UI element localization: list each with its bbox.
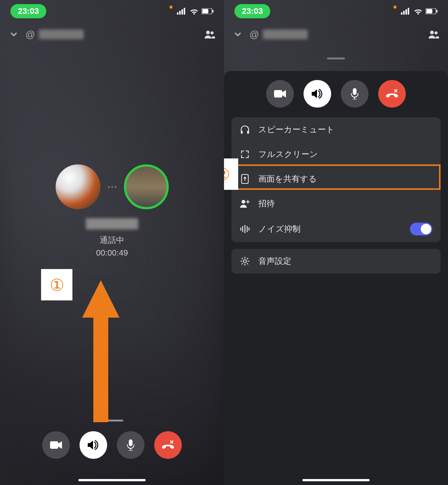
avatar-more-dots	[108, 186, 116, 188]
annotation-badge-2: ②	[224, 158, 238, 190]
svg-point-26	[243, 260, 246, 263]
call-header: @	[0, 25, 224, 43]
call-info: 通話中 00:00:49	[0, 218, 224, 258]
svg-rect-6	[212, 10, 214, 12]
svg-rect-23	[247, 131, 249, 134]
participant-name-blurred	[86, 218, 138, 229]
status-time: 23:03	[10, 4, 46, 18]
svg-rect-21	[353, 88, 357, 95]
action-sheet: スピーカーミュート フルスクリーン 画面を共有する 招待 ノイズ抑制	[224, 71, 448, 485]
status-icons	[393, 8, 438, 15]
home-indicator[interactable]	[302, 479, 370, 481]
status-time: 23:03	[234, 4, 270, 18]
channel-name-blurred	[39, 30, 84, 39]
svg-rect-12	[403, 11, 405, 15]
sheet-drag-handle[interactable]	[327, 58, 345, 59]
soundwave-icon	[240, 225, 250, 233]
share-screen-icon	[241, 174, 249, 184]
swipe-up-arrow-annotation	[82, 280, 119, 422]
noise-suppression-toggle[interactable]	[410, 223, 432, 235]
avatar	[56, 164, 100, 209]
channel-name-blurred	[263, 30, 308, 39]
participant-avatars	[0, 164, 224, 209]
call-duration: 00:00:49	[0, 248, 224, 258]
svg-rect-16	[426, 9, 432, 13]
svg-point-18	[430, 31, 434, 34]
fullscreen-icon	[240, 150, 249, 159]
avatar-speaking	[124, 164, 169, 209]
svg-point-7	[206, 31, 210, 34]
svg-rect-0	[177, 12, 178, 15]
svg-point-25	[242, 200, 245, 204]
speaker-icon	[312, 89, 323, 99]
menu-label: スピーカーミュート	[258, 124, 335, 135]
svg-rect-5	[202, 9, 208, 13]
menu-group-settings: 音声設定	[231, 249, 441, 274]
camera-icon	[274, 89, 286, 98]
menu-group-main: スピーカーミュート フルスクリーン 画面を共有する 招待 ノイズ抑制	[231, 117, 441, 242]
svg-rect-3	[184, 8, 185, 15]
wifi-icon	[414, 8, 423, 15]
speaker-button[interactable]	[80, 431, 107, 459]
menu-label: フルスクリーン	[258, 149, 318, 160]
svg-rect-10	[129, 439, 133, 446]
mic-button[interactable]	[117, 431, 144, 459]
menu-audio-settings[interactable]: 音声設定	[231, 249, 441, 274]
people-icon[interactable]	[428, 30, 439, 39]
cellular-icon	[401, 8, 411, 15]
headphones-icon	[240, 125, 250, 135]
menu-fullscreen[interactable]: フルスクリーン	[231, 142, 441, 167]
mic-icon	[127, 439, 135, 451]
status-bar: 23:03	[0, 0, 224, 22]
menu-label: 音声設定	[258, 256, 291, 267]
gear-icon	[240, 256, 250, 266]
invite-icon	[240, 199, 250, 208]
battery-icon	[426, 8, 438, 14]
battery-icon	[202, 8, 214, 14]
speaker-icon	[88, 440, 99, 450]
hangup-button[interactable]	[378, 80, 406, 108]
menu-speaker-mute[interactable]: スピーカーミュート	[231, 117, 441, 142]
camera-icon	[50, 441, 62, 450]
menu-label: 招待	[258, 198, 275, 209]
svg-rect-22	[241, 131, 243, 134]
people-icon[interactable]	[204, 30, 215, 39]
wifi-icon	[190, 8, 199, 15]
menu-label: 画面を共有する	[258, 173, 317, 185]
svg-point-8	[211, 31, 214, 34]
svg-rect-20	[274, 90, 282, 98]
svg-rect-11	[401, 12, 402, 15]
chevron-down-icon[interactable]	[233, 30, 243, 39]
menu-share-screen[interactable]: 画面を共有する	[231, 167, 441, 191]
menu-label: ノイズ抑制	[258, 223, 301, 235]
menu-noise-suppression[interactable]: ノイズ抑制	[231, 216, 441, 242]
menu-invite[interactable]: 招待	[231, 191, 441, 216]
at-symbol: @	[249, 29, 259, 40]
call-controls	[0, 431, 224, 459]
recording-dot-icon	[169, 6, 172, 9]
status-bar: 23:03	[224, 0, 448, 22]
camera-button[interactable]	[42, 431, 70, 459]
svg-rect-9	[50, 441, 58, 449]
camera-button[interactable]	[266, 80, 294, 108]
right-screenshot: 23:03 @	[224, 0, 448, 485]
mic-icon	[351, 88, 359, 99]
call-header: @	[224, 25, 448, 43]
hangup-icon	[386, 89, 398, 99]
svg-rect-14	[408, 8, 409, 15]
speaker-button[interactable]	[304, 80, 331, 108]
hangup-icon	[162, 440, 174, 450]
call-controls	[231, 80, 441, 108]
home-indicator[interactable]	[78, 479, 146, 481]
chevron-down-icon[interactable]	[9, 30, 19, 39]
left-screenshot: 23:03 @ 通話中 00:00:49 ①	[0, 0, 224, 485]
status-icons	[169, 8, 214, 15]
svg-rect-13	[405, 9, 407, 15]
at-symbol: @	[25, 29, 35, 40]
svg-rect-17	[436, 10, 438, 12]
hangup-button[interactable]	[154, 431, 182, 459]
svg-rect-1	[179, 11, 181, 15]
call-status-label: 通話中	[0, 235, 224, 246]
cellular-icon	[177, 8, 187, 15]
mic-button[interactable]	[341, 80, 368, 108]
